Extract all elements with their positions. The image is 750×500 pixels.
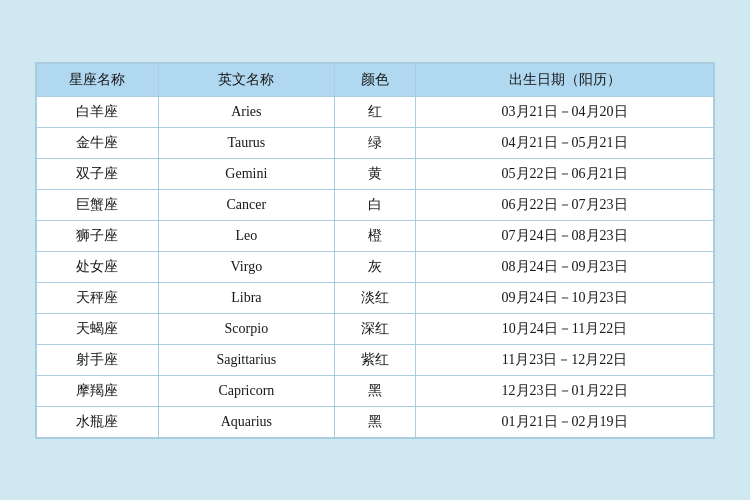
cell-chinese: 双子座 (37, 158, 159, 189)
cell-color: 黑 (334, 375, 415, 406)
cell-date: 08月24日－09月23日 (416, 251, 714, 282)
cell-color: 橙 (334, 220, 415, 251)
cell-english: Gemini (158, 158, 334, 189)
cell-color: 白 (334, 189, 415, 220)
table-row: 白羊座Aries红03月21日－04月20日 (37, 96, 714, 127)
cell-chinese: 摩羯座 (37, 375, 159, 406)
header-chinese: 星座名称 (37, 63, 159, 96)
cell-date: 07月24日－08月23日 (416, 220, 714, 251)
zodiac-table: 星座名称 英文名称 颜色 出生日期（阳历） 白羊座Aries红03月21日－04… (36, 63, 714, 438)
cell-color: 淡红 (334, 282, 415, 313)
cell-english: Aquarius (158, 406, 334, 437)
cell-color: 红 (334, 96, 415, 127)
cell-chinese: 巨蟹座 (37, 189, 159, 220)
cell-date: 06月22日－07月23日 (416, 189, 714, 220)
table-row: 水瓶座Aquarius黑01月21日－02月19日 (37, 406, 714, 437)
cell-english: Aries (158, 96, 334, 127)
table-row: 金牛座Taurus绿04月21日－05月21日 (37, 127, 714, 158)
cell-chinese: 天蝎座 (37, 313, 159, 344)
header-color: 颜色 (334, 63, 415, 96)
cell-date: 05月22日－06月21日 (416, 158, 714, 189)
table-row: 天秤座Libra淡红09月24日－10月23日 (37, 282, 714, 313)
cell-english: Virgo (158, 251, 334, 282)
table-body: 白羊座Aries红03月21日－04月20日金牛座Taurus绿04月21日－0… (37, 96, 714, 437)
table-row: 摩羯座Capricorn黑12月23日－01月22日 (37, 375, 714, 406)
cell-date: 03月21日－04月20日 (416, 96, 714, 127)
cell-chinese: 金牛座 (37, 127, 159, 158)
cell-chinese: 狮子座 (37, 220, 159, 251)
cell-english: Sagittarius (158, 344, 334, 375)
table-row: 射手座Sagittarius紫红11月23日－12月22日 (37, 344, 714, 375)
cell-color: 黑 (334, 406, 415, 437)
zodiac-table-container: 星座名称 英文名称 颜色 出生日期（阳历） 白羊座Aries红03月21日－04… (35, 62, 715, 439)
cell-chinese: 天秤座 (37, 282, 159, 313)
cell-date: 11月23日－12月22日 (416, 344, 714, 375)
table-row: 天蝎座Scorpio深红10月24日－11月22日 (37, 313, 714, 344)
cell-english: Capricorn (158, 375, 334, 406)
cell-date: 09月24日－10月23日 (416, 282, 714, 313)
cell-chinese: 水瓶座 (37, 406, 159, 437)
cell-color: 灰 (334, 251, 415, 282)
cell-english: Taurus (158, 127, 334, 158)
cell-english: Scorpio (158, 313, 334, 344)
cell-date: 04月21日－05月21日 (416, 127, 714, 158)
cell-date: 12月23日－01月22日 (416, 375, 714, 406)
table-row: 狮子座Leo橙07月24日－08月23日 (37, 220, 714, 251)
cell-english: Libra (158, 282, 334, 313)
cell-chinese: 白羊座 (37, 96, 159, 127)
cell-color: 紫红 (334, 344, 415, 375)
cell-date: 01月21日－02月19日 (416, 406, 714, 437)
cell-color: 深红 (334, 313, 415, 344)
cell-date: 10月24日－11月22日 (416, 313, 714, 344)
table-row: 处女座Virgo灰08月24日－09月23日 (37, 251, 714, 282)
cell-chinese: 射手座 (37, 344, 159, 375)
table-row: 巨蟹座Cancer白06月22日－07月23日 (37, 189, 714, 220)
table-header-row: 星座名称 英文名称 颜色 出生日期（阳历） (37, 63, 714, 96)
header-date: 出生日期（阳历） (416, 63, 714, 96)
cell-english: Leo (158, 220, 334, 251)
cell-color: 黄 (334, 158, 415, 189)
header-english: 英文名称 (158, 63, 334, 96)
cell-color: 绿 (334, 127, 415, 158)
cell-english: Cancer (158, 189, 334, 220)
cell-chinese: 处女座 (37, 251, 159, 282)
table-row: 双子座Gemini黄05月22日－06月21日 (37, 158, 714, 189)
